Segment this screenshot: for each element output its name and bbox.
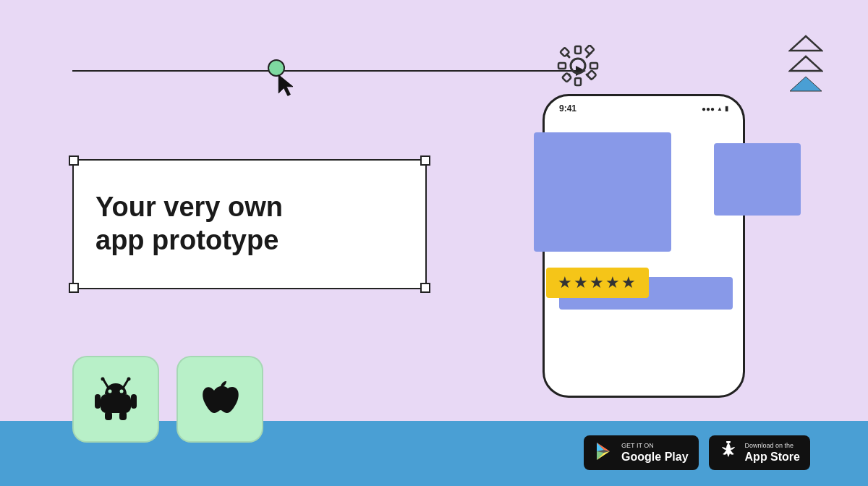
- svg-point-0: [571, 59, 585, 73]
- svg-rect-16: [101, 394, 131, 413]
- svg-rect-17: [95, 394, 101, 409]
- svg-rect-18: [131, 394, 137, 409]
- svg-point-22: [120, 390, 124, 393]
- selection-handle-tr: [420, 155, 430, 166]
- phone-mockup: 9:41 ●●● ▲ ▮: [542, 94, 745, 398]
- apple-icon: [195, 374, 245, 425]
- gear-icon: [557, 45, 599, 90]
- headline-text: Your very own app prototype: [95, 191, 283, 257]
- phone-time: 9:41: [559, 103, 576, 114]
- android-icon: [90, 374, 141, 425]
- app-store-badge-text: Download on the App Store: [745, 442, 800, 464]
- timeline-line: [72, 70, 579, 72]
- phone-status-bar: 9:41 ●●● ▲ ▮: [559, 103, 728, 114]
- selection-handle-bl: [69, 283, 79, 293]
- google-play-icon: [594, 441, 614, 464]
- android-icon-box[interactable]: [72, 356, 159, 443]
- stars-value: ★★★★★: [558, 273, 637, 291]
- phone-signal-icons: ●●● ▲ ▮: [702, 105, 728, 113]
- phone-content-block-large: [534, 132, 671, 252]
- phone-content-block-small: [714, 143, 801, 216]
- svg-rect-3: [558, 63, 566, 69]
- svg-rect-4: [590, 63, 597, 69]
- selection-handle-tl: [69, 155, 79, 166]
- headline-text-box: Your very own app prototype: [72, 159, 427, 289]
- svg-rect-6: [585, 45, 595, 54]
- triangles-decoration: [788, 35, 823, 93]
- app-store-badge[interactable]: Download on the App Store: [709, 435, 810, 470]
- svg-rect-8: [587, 70, 597, 80]
- app-icon-group: [72, 356, 263, 443]
- svg-rect-20: [119, 412, 127, 420]
- svg-rect-19: [105, 412, 112, 420]
- svg-point-21: [109, 390, 112, 393]
- svg-marker-9: [790, 36, 822, 51]
- store-badges-group: GET IT ON Google Play Download on the Ap…: [584, 435, 810, 470]
- stars-rating: ★★★★★: [546, 268, 649, 298]
- svg-marker-10: [790, 56, 822, 71]
- svg-point-13: [101, 378, 105, 381]
- svg-marker-11: [790, 77, 822, 91]
- google-play-badge[interactable]: GET IT ON Google Play: [584, 435, 698, 470]
- app-store-icon: [719, 441, 738, 464]
- selection-handle-br: [420, 283, 430, 293]
- apple-icon-box[interactable]: [176, 356, 263, 443]
- svg-rect-1: [575, 46, 581, 54]
- svg-point-23: [726, 441, 731, 443]
- svg-line-12: [103, 380, 108, 387]
- svg-line-14: [124, 380, 128, 387]
- svg-point-15: [127, 378, 131, 381]
- google-play-badge-text: GET IT ON Google Play: [621, 442, 688, 464]
- svg-rect-2: [575, 78, 581, 85]
